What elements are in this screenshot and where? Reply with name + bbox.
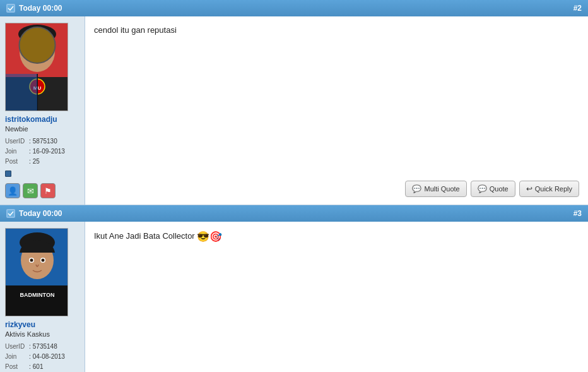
post-2-actions: 💬 Multi Quote 💬 Quote ↩ Quick Reply bbox=[94, 176, 579, 197]
svg-point-2 bbox=[20, 32, 55, 72]
post-3-emoji: 😎🎯 bbox=[197, 229, 222, 244]
report-icon: ⚑ bbox=[44, 186, 52, 196]
report-button[interactable]: ⚑ bbox=[40, 183, 56, 198]
post-3-avatar: BADMINTON bbox=[5, 228, 68, 316]
post-2-header: Today 00:00 #2 bbox=[0, 0, 588, 16]
post-3-user-sidebar: BADMINTON rizkyveu Aktivis Kaskus UserID… bbox=[0, 222, 85, 372]
multi-quote-icon: 💬 bbox=[412, 184, 421, 193]
quote-icon: 💬 bbox=[478, 184, 487, 193]
online-status-indicator bbox=[5, 171, 11, 177]
avatar-image-2: BADMINTON bbox=[6, 229, 68, 316]
svg-point-18 bbox=[42, 259, 45, 262]
post-2-postcount: 25 bbox=[33, 157, 40, 167]
post-status-icon bbox=[6, 4, 15, 13]
post-2-user-info: UserID : 5875130 Join : 16-09-2013 Post … bbox=[5, 136, 65, 167]
post-2-body: MU istritokomadju Newbie UserID : 587513… bbox=[0, 16, 588, 205]
post-3-user-info: UserID : 5735148 Join : 04-08-2013 Post … bbox=[5, 342, 65, 372]
post-3-status-icon bbox=[6, 209, 15, 218]
join-label-3: Join bbox=[5, 352, 29, 362]
post-3-content: Ikut Ane Jadi Bata Collector 😎🎯 bbox=[85, 222, 588, 372]
post-2-timestamp: Today 00:00 bbox=[19, 4, 62, 13]
post-label: Post bbox=[5, 157, 29, 167]
post-2-message: cendol itu gan reputasi bbox=[94, 24, 579, 169]
svg-rect-12 bbox=[6, 285, 68, 316]
post-3-number: #3 bbox=[573, 209, 582, 218]
post-3-username[interactable]: rizkyveu bbox=[5, 320, 35, 329]
user-action-icons: 👤 ✉ ⚑ bbox=[5, 183, 56, 198]
post-3-postcount: 601 bbox=[33, 362, 44, 372]
post-label-3: Post bbox=[5, 362, 29, 372]
post-3-header: Today 00:00 #3 bbox=[0, 205, 588, 222]
post-2-join: 16-09-2013 bbox=[33, 147, 65, 157]
quick-reply-label: Quick Reply bbox=[535, 185, 572, 193]
svg-point-6 bbox=[18, 25, 56, 44]
post-2-username[interactable]: istritokomadju bbox=[5, 115, 57, 124]
post-3-join: 04-08-2013 bbox=[33, 352, 65, 362]
post-3-userid: 5735148 bbox=[33, 342, 57, 352]
join-label: Join bbox=[5, 147, 29, 157]
svg-rect-3 bbox=[23, 47, 36, 54]
quote-label: Quote bbox=[490, 185, 509, 193]
pm-icon: ✉ bbox=[27, 186, 34, 196]
svg-point-17 bbox=[30, 259, 33, 262]
userid-label-3: UserID bbox=[5, 342, 29, 352]
post-3-body: BADMINTON rizkyveu Aktivis Kaskus UserID… bbox=[0, 222, 588, 372]
avatar-image-1: MU bbox=[6, 23, 68, 111]
quick-reply-icon: ↩ bbox=[526, 184, 532, 193]
post-2-avatar: MU bbox=[5, 23, 68, 111]
svg-rect-4 bbox=[38, 47, 51, 54]
svg-rect-10 bbox=[6, 74, 37, 111]
send-pm-button[interactable]: ✉ bbox=[23, 183, 38, 198]
post-2-userid: 5875130 bbox=[33, 136, 57, 147]
multi-quote-label: Multi Quote bbox=[424, 185, 459, 193]
profile-icon: 👤 bbox=[8, 186, 18, 196]
post-3-message: Ikut Ane Jadi Bata Collector 😎🎯 bbox=[94, 229, 579, 372]
quick-reply-button[interactable]: ↩ Quick Reply bbox=[519, 181, 579, 197]
posts-container: Today 00:00 #2 bbox=[0, 0, 588, 372]
post-2-user-sidebar: MU istritokomadju Newbie UserID : 587513… bbox=[0, 16, 85, 205]
post-3-header-left: Today 00:00 bbox=[6, 209, 62, 218]
multi-quote-button[interactable]: 💬 Multi Quote bbox=[405, 181, 466, 197]
post-2-rank: Newbie bbox=[5, 125, 28, 133]
view-profile-button[interactable]: 👤 bbox=[5, 183, 20, 198]
post-2-header-left: Today 00:00 bbox=[6, 4, 62, 13]
post-2-content: cendol itu gan reputasi 💬 Multi Quote 💬 … bbox=[85, 16, 588, 205]
svg-text:BADMINTON: BADMINTON bbox=[20, 292, 55, 298]
userid-label: UserID bbox=[5, 136, 29, 147]
post-3-rank: Aktivis Kaskus bbox=[5, 330, 50, 338]
post-2-number: #2 bbox=[573, 4, 582, 13]
post-3-timestamp: Today 00:00 bbox=[19, 209, 62, 218]
quote-button[interactable]: 💬 Quote bbox=[471, 181, 515, 197]
